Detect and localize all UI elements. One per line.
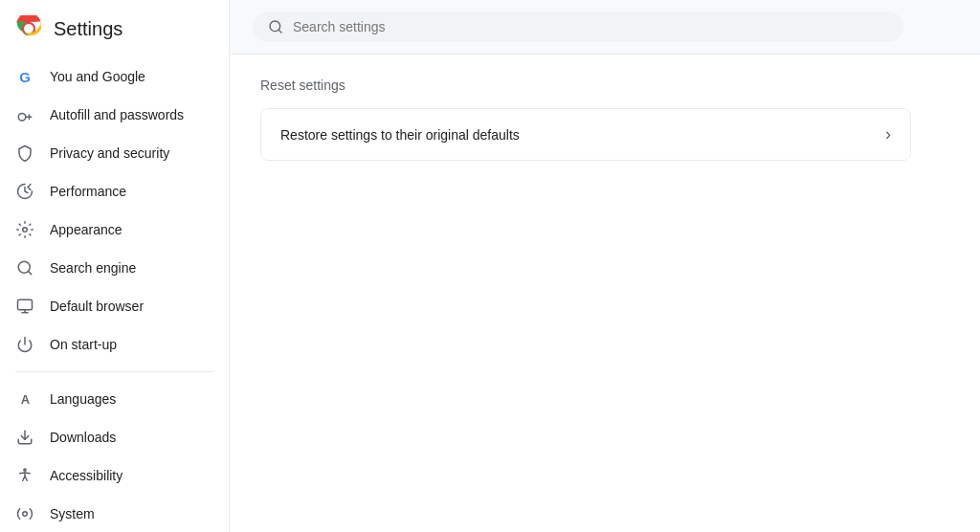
sidebar-item-on-startup[interactable]: On start-up: [0, 325, 221, 364]
sidebar-item-downloads[interactable]: Downloads: [0, 418, 221, 456]
sidebar-header: Settings: [0, 8, 229, 57]
sidebar: Settings G You and Google Autofill and p…: [0, 0, 230, 532]
svg-point-8: [23, 512, 28, 517]
key-icon: [15, 105, 34, 124]
sidebar-item-languages[interactable]: A Languages: [0, 380, 221, 418]
languages-icon: A: [15, 389, 34, 409]
power-icon: [15, 335, 34, 354]
shield-icon: [15, 144, 34, 163]
google-g-icon: G: [15, 67, 34, 86]
sidebar-item-system[interactable]: System: [0, 495, 221, 532]
performance-icon: [15, 182, 34, 201]
sidebar-item-label: Downloads: [50, 430, 116, 445]
svg-rect-5: [18, 299, 33, 310]
sidebar-item-appearance[interactable]: Appearance: [0, 211, 221, 249]
app-title: Settings: [54, 18, 122, 40]
sidebar-item-label: You and Google: [50, 69, 145, 84]
appearance-icon: [15, 220, 34, 239]
svg-point-2: [18, 114, 26, 122]
sidebar-item-you-and-google[interactable]: G You and Google: [0, 57, 221, 96]
chevron-right-icon: ›: [885, 124, 891, 144]
search-engine-icon: [15, 258, 34, 277]
sidebar-item-label: Privacy and security: [50, 145, 169, 161]
settings-card: Restore settings to their original defau…: [260, 108, 911, 161]
svg-point-3: [23, 228, 28, 233]
svg-point-1: [24, 24, 33, 33]
sidebar-item-label: Accessibility: [50, 468, 122, 483]
sidebar-item-performance[interactable]: Performance: [0, 172, 221, 211]
sidebar-item-label: Performance: [50, 184, 126, 199]
search-bar-container: [230, 0, 980, 55]
main-content: Reset settings Restore settings to their…: [230, 0, 980, 532]
search-icon: [268, 19, 283, 34]
system-icon: [15, 504, 34, 523]
svg-point-7: [24, 469, 26, 471]
sidebar-item-search-engine[interactable]: Search engine: [0, 249, 221, 287]
accessibility-icon: [15, 466, 34, 485]
sidebar-item-label: Appearance: [50, 222, 122, 237]
sidebar-divider: [15, 371, 213, 372]
sidebar-item-label: On start-up: [50, 337, 117, 352]
sidebar-item-default-browser[interactable]: Default browser: [0, 287, 221, 325]
section-title: Reset settings: [260, 78, 949, 93]
sidebar-item-label: Languages: [50, 391, 116, 407]
search-input[interactable]: [293, 19, 888, 34]
chrome-logo-icon: [15, 15, 42, 42]
monitor-icon: [15, 297, 34, 316]
sidebar-item-privacy[interactable]: Privacy and security: [0, 134, 221, 172]
download-icon: [15, 428, 34, 447]
sidebar-item-autofill[interactable]: Autofill and passwords: [0, 96, 221, 134]
restore-defaults-item[interactable]: Restore settings to their original defau…: [261, 109, 910, 160]
sidebar-item-accessibility[interactable]: Accessibility: [0, 456, 221, 495]
sidebar-item-label: Default browser: [50, 299, 144, 314]
sidebar-item-label: Autofill and passwords: [50, 107, 184, 122]
content-area: Reset settings Restore settings to their…: [230, 55, 980, 184]
sidebar-item-label: System: [50, 506, 95, 521]
search-bar: [253, 11, 903, 42]
restore-defaults-label: Restore settings to their original defau…: [280, 127, 520, 143]
sidebar-item-label: Search engine: [50, 260, 136, 276]
